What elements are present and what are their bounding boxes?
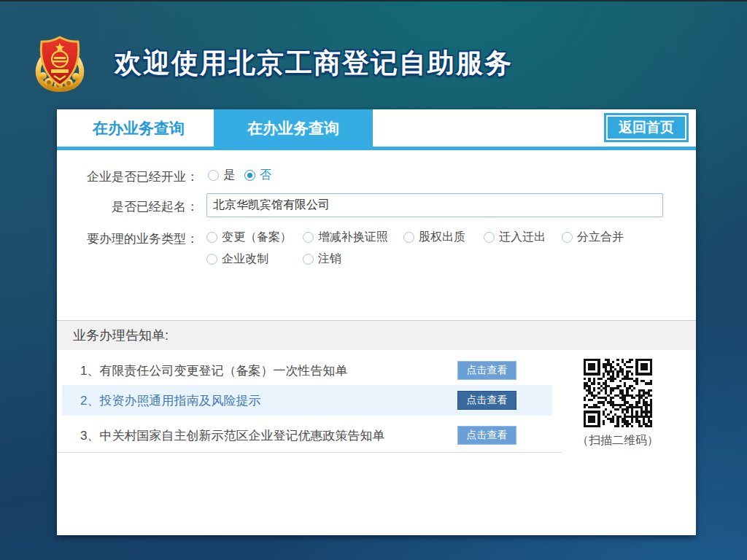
radio-checked-icon[interactable]	[244, 170, 255, 181]
radio-opened-yes-label: 是	[223, 168, 235, 183]
radio-label: 增减补换证照	[318, 230, 388, 245]
qr-code-block: （扫描二维码）	[584, 359, 652, 448]
radio-biztype-license-replace[interactable]: 增减补换证照	[303, 230, 388, 245]
qr-caption: （扫描二维码）	[573, 433, 662, 448]
main-panel: 在办业务查询 在办业务查询 返回首页 企业是否已经开业： 是 否 是否已经起名：…	[57, 109, 696, 535]
radio-label: 分立合并	[577, 230, 624, 245]
radio-circle-icon[interactable]	[303, 254, 314, 265]
radio-biztype-deregistration[interactable]: 注销	[303, 252, 341, 267]
radio-circle-icon[interactable]	[208, 170, 219, 181]
return-home-button[interactable]: 返回首页	[606, 115, 686, 140]
tab-pending-business-query-active[interactable]: 在办业务查询	[214, 109, 373, 150]
notice-section-header: 业务办理告知单:	[57, 320, 696, 350]
radio-circle-icon[interactable]	[403, 232, 414, 243]
kiosk-background: 欢迎使用北京工商登记自助服务 在办业务查询 在办业务查询 返回首页 企业是否已经…	[0, 0, 747, 560]
view-notice-button[interactable]: 点击查看	[457, 426, 516, 445]
business-type-label: 要办理的业务类型：	[9, 230, 198, 247]
view-notice-button[interactable]: 点击查看	[457, 361, 516, 380]
page-title: 欢迎使用北京工商登记自助服务	[115, 45, 513, 82]
radio-biztype-split-merge[interactable]: 分立合并	[562, 230, 624, 245]
radio-label: 变更（备案）	[222, 230, 292, 245]
view-notice-button[interactable]: 点击查看	[457, 391, 516, 410]
company-named-label: 是否已经起名：	[9, 198, 198, 215]
radio-label: 企业改制	[222, 252, 268, 267]
qr-code-image	[584, 359, 652, 427]
company-opened-label: 企业是否已经开业：	[9, 168, 198, 185]
radio-circle-icon[interactable]	[484, 232, 495, 243]
notice-item-text[interactable]: 2、投资办照通用指南及风险提示	[80, 392, 457, 409]
radio-circle-icon[interactable]	[562, 232, 573, 243]
radio-opened-no[interactable]: 否	[244, 168, 271, 183]
notice-row: 1、有限责任公司变更登记（备案）一次性告知单 点击查看	[62, 355, 552, 386]
radio-circle-icon[interactable]	[303, 232, 314, 243]
page-header: 欢迎使用北京工商登记自助服务	[33, 35, 513, 92]
radio-circle-icon[interactable]	[206, 254, 217, 265]
radio-biztype-change-filing[interactable]: 变更（备案）	[206, 230, 292, 245]
notice-section-title: 业务办理告知单:	[73, 328, 169, 343]
radio-biztype-relocation[interactable]: 迁入迁出	[484, 230, 546, 245]
radio-label: 股权出质	[419, 230, 465, 245]
radio-circle-icon[interactable]	[206, 232, 217, 243]
query-form: 企业是否已经开业： 是 否 是否已经起名： 要办理的业务类型： 变更（备案） 增…	[57, 150, 696, 320]
notice-separator	[57, 452, 562, 453]
company-name-input[interactable]	[206, 193, 663, 217]
radio-biztype-restructuring[interactable]: 企业改制	[206, 252, 268, 267]
notice-row: 3、中关村国家自主创新示范区企业登记优惠政策告知单 点击查看	[62, 420, 552, 451]
radio-biztype-equity-pledge[interactable]: 股权出质	[403, 230, 465, 245]
tab-bar: 在办业务查询 在办业务查询 返回首页	[57, 109, 696, 150]
radio-opened-no-label: 否	[260, 168, 271, 183]
tab-pending-business-query[interactable]: 在办业务查询	[66, 109, 212, 147]
notice-row-highlighted: 2、投资办照通用指南及风险提示 点击查看	[62, 385, 552, 416]
notice-item-text: 1、有限责任公司变更登记（备案）一次性告知单	[80, 362, 457, 379]
radio-label: 迁入迁出	[499, 230, 546, 245]
notice-item-text: 3、中关村国家自主创新示范区企业登记优惠政策告知单	[80, 427, 457, 444]
radio-opened-yes[interactable]: 是	[208, 168, 235, 183]
radio-label: 注销	[318, 252, 341, 267]
saic-emblem-logo	[33, 35, 87, 92]
